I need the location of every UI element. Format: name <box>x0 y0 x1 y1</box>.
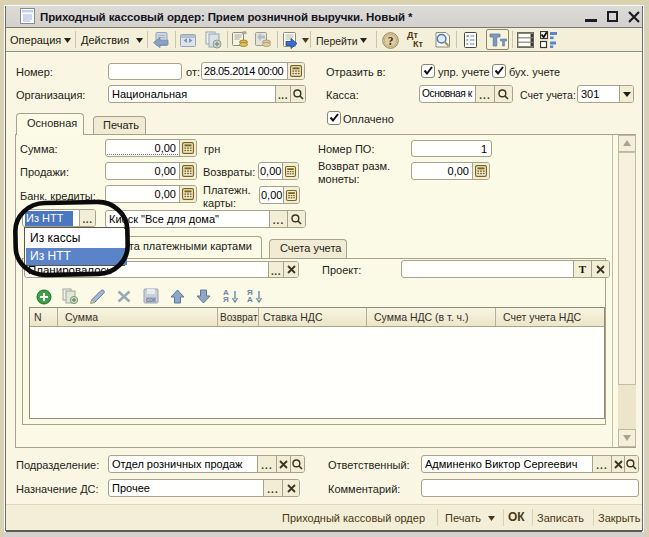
svg-text:?: ? <box>388 35 394 47</box>
svg-text:COK: COK <box>146 298 156 303</box>
